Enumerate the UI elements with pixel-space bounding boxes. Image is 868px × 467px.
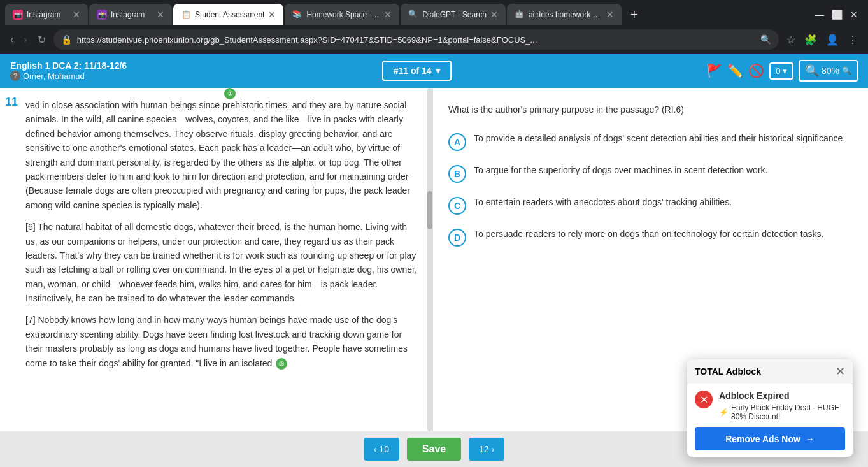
tab-homework-space[interactable]: 📚 Homework Space - Stu... ✕ (285, 4, 399, 25)
menu-button[interactable]: ⋮ (845, 31, 860, 48)
ad-expired-label: Adblock Expired (719, 391, 845, 401)
tab-homework-space-title: Homework Space - Stu... (306, 10, 380, 19)
lightning-icon: ⚡ (719, 408, 729, 417)
ad-deal-label: Early Black Friday Deal - HUGE 80% Disco… (731, 403, 845, 421)
tab-instagram-2[interactable]: 📸 Instagram ✕ (89, 4, 172, 25)
save-button[interactable]: Save (407, 438, 461, 461)
address-bar-row: ‹ › ↻ 🔒 🔍 ☆ 🧩 👤 ⋮ (0, 25, 868, 54)
prev-question-button[interactable]: ‹ 10 (364, 438, 399, 461)
tab-ai-homework[interactable]: 🤖 ai does homework free ✕ (507, 4, 622, 25)
tab-student-assessment-close[interactable]: ✕ (268, 10, 276, 20)
tab-instagram-1[interactable]: 📷 Instagram ✕ (5, 4, 88, 25)
next-question-button[interactable]: 12 › (469, 438, 504, 461)
close-button[interactable]: ✕ (850, 10, 858, 20)
tab-instagram-1-icon: 📷 (13, 10, 23, 20)
prev-question-number: 10 (379, 444, 389, 454)
flag-button[interactable]: 🚩 (706, 63, 722, 78)
tab-ai-homework-close[interactable]: ✕ (606, 10, 614, 20)
passage-para-3: [7] Nobody knows how long and in how man… (25, 313, 417, 370)
question-badge[interactable]: #11 of 14 ▾ (382, 61, 452, 81)
profile-button[interactable]: 👤 (823, 31, 841, 48)
edit-icon: ✏️ (727, 64, 743, 78)
tab-dialogpt-close[interactable]: ✕ (490, 10, 498, 20)
passage-panel: 11 ① ved in close association with human… (0, 88, 433, 431)
highlight-icon-bottom: ② (276, 358, 287, 370)
highlight-icon-top: ① (224, 88, 236, 99)
maximize-button[interactable]: ⬜ (832, 10, 843, 20)
extensions-button[interactable]: 🧩 (802, 31, 820, 48)
next-question-number: 12 (479, 444, 489, 454)
no-button[interactable]: 🚫 (748, 63, 764, 78)
choice-text-d: To persuade readers to rely more on dogs… (474, 227, 853, 241)
ad-deal-text: ⚡ Early Black Friday Deal - HUGE 80% Dis… (719, 403, 845, 421)
ad-popup-body: ✕ Adblock Expired ⚡ Early Black Friday D… (687, 384, 853, 457)
question-badge-text: #11 of 14 (394, 66, 432, 76)
answer-choice-a[interactable]: A To provide a detailed analysis of dogs… (448, 132, 853, 151)
tab-instagram-2-close[interactable]: ✕ (157, 10, 164, 20)
address-bar[interactable]: 🔒 🔍 (53, 29, 779, 50)
ad-popup: TOTAL Adblock ✕ ✕ Adblock Expired ⚡ Earl… (687, 359, 853, 457)
ad-popup-title: TOTAL Adblock (695, 366, 761, 377)
choice-text-b: To argue for the superiority of dogs ove… (474, 164, 853, 177)
app-header-left: English 1 DCA 2: 11/18-12/6 ? Omer, Moha… (10, 61, 127, 81)
choice-circle-b: B (448, 165, 466, 183)
answer-choice-d[interactable]: D To persuade readers to rely more on do… (448, 227, 853, 247)
choice-text-a: To provide a detailed analysis of dogs' … (474, 132, 853, 145)
help-icon[interactable]: ? (10, 71, 20, 81)
choice-text-c: To entertain readers with anecdotes abou… (474, 196, 853, 209)
zoom-out-button[interactable]: 🔍 (805, 64, 819, 78)
counter-text: 0 ▾ (776, 66, 787, 76)
counter-badge[interactable]: 0 ▾ (769, 62, 793, 80)
ad-close-button[interactable]: ✕ (836, 364, 845, 378)
edit-button[interactable]: ✏️ (727, 63, 743, 78)
app-header-subtitle: ? Omer, Mohamud (10, 71, 127, 81)
flag-icon: 🚩 (706, 64, 722, 78)
tab-ai-homework-title: ai does homework free (529, 10, 602, 19)
new-tab-button[interactable]: + (625, 5, 643, 25)
remove-ads-label: Remove Ads Now (725, 434, 800, 444)
passage-para-1: ved in close association with human bein… (25, 98, 417, 212)
refresh-button[interactable]: ↻ (35, 31, 48, 48)
question-text: What is the author's primary purpose in … (448, 103, 853, 117)
window-controls: — ⬜ ✕ (815, 10, 863, 20)
tab-bar: 📷 Instagram ✕ 📸 Instagram ✕ 📋 Student As… (0, 0, 868, 25)
passage-scrollbar[interactable] (427, 88, 432, 431)
zoom-control: 🔍 80% 🔍 (799, 60, 858, 82)
search-icon: 🔍 (760, 34, 771, 45)
tab-dialogpt[interactable]: 🔍 DialoGPT - Search ✕ (401, 4, 505, 25)
dropdown-icon: ▾ (436, 66, 440, 76)
minimize-button[interactable]: — (815, 10, 824, 20)
back-button[interactable]: ‹ (8, 31, 16, 48)
answer-choice-b[interactable]: B To argue for the superiority of dogs o… (448, 164, 853, 183)
tab-instagram-1-close[interactable]: ✕ (73, 10, 80, 20)
tab-homework-space-close[interactable]: ✕ (384, 10, 392, 20)
tab-dialogpt-icon: 🔍 (408, 10, 418, 20)
tab-student-assessment-title: Student Assessment (195, 10, 264, 19)
app-header-right: 🚩 ✏️ 🚫 0 ▾ 🔍 80% 🔍 (706, 60, 858, 82)
ad-popup-header: TOTAL Adblock ✕ (687, 359, 853, 384)
ad-content: ✕ Adblock Expired ⚡ Early Black Friday D… (695, 391, 845, 421)
answer-choice-c[interactable]: C To entertain readers with anecdotes ab… (448, 196, 853, 215)
choice-circle-c: C (448, 197, 466, 215)
tab-student-assessment[interactable]: 📋 Student Assessment ✕ (173, 4, 283, 25)
scroll-thumb[interactable] (427, 191, 432, 229)
course-title: English 1 DCA 2: 11/18-12/6 (10, 61, 127, 71)
tab-instagram-1-title: Instagram (27, 10, 69, 19)
tab-instagram-2-icon: 📸 (97, 10, 107, 20)
no-icon: 🚫 (748, 64, 764, 78)
url-input[interactable] (77, 35, 755, 45)
zoom-in-button[interactable]: 🔍 (842, 66, 851, 75)
app-header-center: #11 of 14 ▾ (134, 61, 699, 81)
forward-button[interactable]: › (21, 31, 29, 48)
lock-icon: 🔒 (61, 34, 72, 45)
choice-circle-a: A (448, 133, 466, 151)
ad-error-icon: ✕ (695, 391, 713, 408)
star-button[interactable]: ☆ (784, 31, 798, 48)
ad-title-rest: Adblock (723, 366, 761, 377)
arrow-right-icon: → (806, 434, 815, 444)
tab-ai-homework-icon: 🤖 (515, 10, 525, 20)
remove-ads-button[interactable]: Remove Ads Now → (695, 427, 845, 450)
next-arrow-icon: › (492, 444, 495, 454)
student-name: Omer, Mohamud (23, 71, 85, 81)
passage-text: ved in close association with human bein… (25, 98, 417, 370)
